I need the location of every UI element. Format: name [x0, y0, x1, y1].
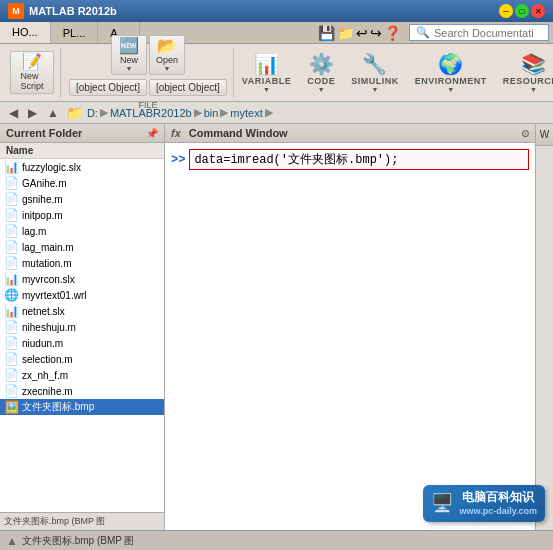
- watermark-badge: 🖥️ 电脑百科知识 www.pc-daily.com: [423, 485, 545, 522]
- find-files-button[interactable]: [object Object]: [69, 79, 147, 96]
- app-icon: M: [8, 3, 24, 19]
- fx-icon: fx: [171, 127, 181, 139]
- breadcrumb-drive[interactable]: D:: [87, 107, 98, 119]
- file-name-label: niheshuju.m: [22, 322, 160, 333]
- variable-icon: 📊: [254, 52, 279, 76]
- file-item[interactable]: 📄 niudun.m: [0, 335, 164, 351]
- panel-pin-icon[interactable]: 📌: [146, 128, 158, 139]
- file-name-label: lag.m: [22, 226, 160, 237]
- file-name-label: selection.m: [22, 354, 160, 365]
- file-type-icon: 📄: [4, 320, 19, 334]
- tab-home[interactable]: HO...: [0, 22, 51, 43]
- open-icon: 📂: [157, 38, 177, 54]
- main-toolbar: 📝 NewScript 🆕 New ▼ 📂 Open ▼ [object Obj…: [0, 44, 553, 102]
- environment-dropdown[interactable]: ▼: [447, 86, 454, 93]
- file-item[interactable]: 📄 mutation.m: [0, 255, 164, 271]
- file-item[interactable]: 📄 GAnihe.m: [0, 175, 164, 191]
- file-item[interactable]: 📄 niheshuju.m: [0, 319, 164, 335]
- file-type-icon: 🖼️: [4, 400, 19, 414]
- code-dropdown[interactable]: ▼: [318, 86, 325, 93]
- breadcrumb-bin[interactable]: bin: [204, 107, 219, 119]
- simulink-section: 🔧 SIMULINK ▼: [351, 52, 399, 93]
- file-item[interactable]: 📄 lag.m: [0, 223, 164, 239]
- file-name-label: gsnihe.m: [22, 194, 160, 205]
- command-prompt-line: >> data=imread('文件夹图标.bmp');: [171, 149, 529, 170]
- file-name-label: mutation.m: [22, 258, 160, 269]
- command-window-header: fx Command Window ⊙: [165, 124, 535, 143]
- watermark-icon: 🖥️: [431, 491, 453, 516]
- file-item[interactable]: 📊 netnet.slx: [0, 303, 164, 319]
- file-type-icon: 📊: [4, 304, 19, 318]
- new-icon: 🆕: [119, 38, 139, 54]
- file-name-label: GAnihe.m: [22, 178, 160, 189]
- file-item[interactable]: 📄 gsnihe.m: [0, 191, 164, 207]
- file-item[interactable]: 🌐 myvrtext01.wrl: [0, 287, 164, 303]
- file-type-icon: 📄: [4, 384, 19, 398]
- minimize-button[interactable]: ─: [499, 4, 513, 18]
- file-item[interactable]: 📄 lag_main.m: [0, 239, 164, 255]
- up-button[interactable]: ▲: [44, 105, 62, 121]
- back-button[interactable]: ◀: [6, 105, 21, 121]
- main-area: Current Folder 📌 Name 📊 fuzzylogic.slx 📄…: [0, 124, 553, 530]
- redo-icon[interactable]: ↪: [370, 25, 382, 41]
- file-item[interactable]: 📄 zx_nh_f.m: [0, 367, 164, 383]
- section-labels-group: 📊 VARIABLE ▼ ⚙️ CODE ▼ 🔧 SIMULINK ▼ 🌍 EN…: [236, 48, 553, 97]
- command-window-body[interactable]: >> data=imread('文件夹图标.bmp');: [165, 143, 535, 530]
- cmd-pin-icon[interactable]: ⊙: [521, 128, 529, 139]
- new-script-icon: 📝: [22, 54, 42, 70]
- file-item[interactable]: 📄 initpop.m: [0, 207, 164, 223]
- file-name-label: netnet.slx: [22, 306, 160, 317]
- maximize-button[interactable]: □: [515, 4, 529, 18]
- file-item[interactable]: 📊 fuzzylogic.slx: [0, 159, 164, 175]
- file-type-icon: 🌐: [4, 288, 19, 302]
- file-item[interactable]: 📊 myvrcon.slx: [0, 271, 164, 287]
- file-type-icon: 📄: [4, 256, 19, 270]
- file-name-label: lag_main.m: [22, 242, 160, 253]
- open-dropdown-arrow: ▼: [163, 65, 170, 72]
- search-icon: 🔍: [416, 26, 430, 39]
- folder-icon[interactable]: 📁: [337, 25, 354, 41]
- variable-dropdown[interactable]: ▼: [263, 86, 270, 93]
- right-stub-label: W: [540, 129, 549, 140]
- file-type-icon: 📄: [4, 352, 19, 366]
- new-script-group: 📝 NewScript: [4, 48, 61, 97]
- resources-section: 📚 RESOURCES ▼: [503, 52, 553, 93]
- search-documentation-input[interactable]: [434, 27, 534, 39]
- help-icon[interactable]: ❓: [384, 25, 401, 41]
- file-item[interactable]: 📄 selection.m: [0, 351, 164, 367]
- watermark-url: www.pc-daily.com: [459, 505, 537, 518]
- command-input[interactable]: data=imread('文件夹图标.bmp');: [189, 149, 529, 170]
- file-name-label: niudun.m: [22, 338, 160, 349]
- breadcrumb-matlab[interactable]: MATLABR2012b: [110, 107, 192, 119]
- right-stub-header: W: [536, 124, 553, 146]
- code-icon: ⚙️: [309, 52, 334, 76]
- file-item[interactable]: 📄 zxecnihe.m: [0, 383, 164, 399]
- search-documentation-box[interactable]: 🔍: [409, 24, 549, 41]
- file-item[interactable]: 🖼️ 文件夹图标.bmp: [0, 399, 164, 415]
- code-section: ⚙️ CODE ▼: [307, 52, 335, 93]
- window-title: MATLAB R2012b: [29, 5, 499, 17]
- simulink-dropdown[interactable]: ▼: [371, 86, 378, 93]
- undo-icon[interactable]: ↩: [356, 25, 368, 41]
- open-button[interactable]: 📂 Open ▼: [149, 35, 185, 75]
- file-name-label: myvrtext01.wrl: [22, 290, 160, 301]
- file-name-label: zx_nh_f.m: [22, 370, 160, 381]
- compare-button[interactable]: [object Object]: [149, 79, 227, 96]
- breadcrumb-mytext[interactable]: mytext: [230, 107, 262, 119]
- resources-dropdown[interactable]: ▼: [530, 86, 537, 93]
- title-bar: M MATLAB R2012b ─ □ ✕: [0, 0, 553, 22]
- new-button[interactable]: 🆕 New ▼: [111, 35, 147, 75]
- status-expand-icon[interactable]: ▲: [6, 534, 18, 548]
- file-name-label: initpop.m: [22, 210, 160, 221]
- simulink-icon: 🔧: [362, 52, 387, 76]
- file-name-label: fuzzylogic.slx: [22, 162, 160, 173]
- status-text: 文件夹图标.bmp (BMP 图: [22, 534, 135, 548]
- file-list-header: Name: [0, 143, 164, 159]
- status-bar: ▲ 文件夹图标.bmp (BMP 图: [0, 530, 553, 550]
- save-icon[interactable]: 💾: [318, 25, 335, 41]
- forward-button[interactable]: ▶: [25, 105, 40, 121]
- file-type-icon: 📄: [4, 192, 19, 206]
- new-script-button[interactable]: 📝 NewScript: [10, 51, 54, 94]
- tab-plots[interactable]: PL...: [51, 22, 99, 43]
- close-button[interactable]: ✕: [531, 4, 545, 18]
